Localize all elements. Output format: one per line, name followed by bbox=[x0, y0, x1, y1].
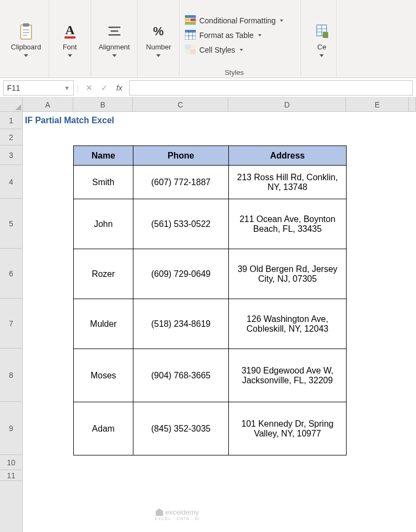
dropdown-caret-icon bbox=[24, 54, 28, 57]
cell-name[interactable]: Adam bbox=[74, 402, 133, 455]
format-as-table-button[interactable]: Format as Table bbox=[183, 29, 285, 42]
clipboard-label: Clipboard bbox=[11, 43, 41, 52]
cell-address[interactable]: 39 Old Bergen Rd, Jersey City, NJ, 07305 bbox=[229, 249, 347, 299]
cell-address[interactable]: 213 Ross Hill Rd, Conklin, NY, 13748 bbox=[229, 166, 347, 199]
ribbon-group-clipboard: Clipboard bbox=[3, 0, 49, 78]
svg-rect-12 bbox=[185, 15, 196, 18]
insert-function-button[interactable]: fx bbox=[112, 80, 127, 96]
column-header-d[interactable]: D bbox=[228, 98, 346, 111]
cells-button[interactable]: Ce bbox=[309, 21, 335, 60]
row-header-3[interactable]: 3 bbox=[0, 145, 22, 165]
cell-phone[interactable]: (561) 533-0522 bbox=[133, 199, 229, 249]
separator: ⋮ bbox=[74, 80, 81, 95]
table-row: Smith(607) 772-1887213 Ross Hill Rd, Con… bbox=[74, 166, 347, 199]
spreadsheet-grid: ABCDE 1234567891011 IF Partial Match Exc… bbox=[0, 98, 416, 532]
alignment-label: Alignment bbox=[99, 43, 130, 52]
row-header-7[interactable]: 7 bbox=[0, 299, 22, 349]
cells-label: Ce bbox=[317, 43, 327, 52]
svg-rect-1 bbox=[23, 23, 29, 27]
svg-text:%: % bbox=[153, 24, 164, 38]
check-icon: ✓ bbox=[101, 83, 108, 93]
table-header-address[interactable]: Address bbox=[229, 146, 347, 166]
fx-icon: fx bbox=[117, 84, 123, 92]
cell-styles-button[interactable]: Cell Styles bbox=[183, 44, 285, 56]
cell-address[interactable]: 211 Ocean Ave, Boynton Beach, FL, 33435 bbox=[229, 199, 347, 249]
svg-rect-8 bbox=[111, 30, 118, 32]
cell-styles-icon bbox=[185, 45, 196, 56]
cell-phone[interactable]: (609) 729-0649 bbox=[133, 249, 229, 299]
cell-phone[interactable]: (845) 352-3035 bbox=[133, 402, 229, 455]
row-header-9[interactable]: 9 bbox=[0, 402, 22, 455]
dropdown-caret-icon: ▼ bbox=[64, 85, 70, 91]
svg-rect-13 bbox=[185, 18, 190, 21]
row-header-4[interactable]: 4 bbox=[0, 165, 22, 199]
svg-rect-4 bbox=[23, 35, 27, 36]
row-header-6[interactable]: 6 bbox=[0, 249, 22, 299]
cells-area[interactable]: IF Partial Match Excel NamePhoneAddressS… bbox=[23, 112, 416, 532]
table-row: John(561) 533-0522211 Ocean Ave, Boynton… bbox=[74, 199, 347, 249]
dropdown-caret-icon bbox=[68, 54, 72, 57]
svg-rect-23 bbox=[190, 45, 196, 49]
cell-name[interactable]: Mulder bbox=[74, 299, 133, 349]
row-header-11[interactable]: 11 bbox=[0, 470, 22, 481]
conditional-formatting-icon bbox=[185, 15, 196, 27]
styles-group-label: Styles bbox=[225, 68, 244, 77]
column-header-a[interactable]: A bbox=[23, 98, 73, 111]
cell-address[interactable]: 3190 Edgewood Ave W, Jacksonville, FL, 3… bbox=[229, 349, 347, 402]
cell-phone[interactable]: (904) 768-3665 bbox=[133, 349, 229, 402]
cell-name[interactable]: Rozer bbox=[74, 249, 133, 299]
row-header-2[interactable]: 2 bbox=[0, 129, 22, 145]
row-header-1[interactable]: 1 bbox=[0, 112, 22, 129]
row-header-8[interactable]: 8 bbox=[0, 349, 22, 402]
row-header-10[interactable]: 10 bbox=[0, 455, 22, 470]
dropdown-caret-icon bbox=[319, 54, 324, 57]
cell-phone[interactable]: (518) 234-8619 bbox=[133, 299, 229, 349]
svg-rect-15 bbox=[185, 22, 196, 24]
select-all-corner[interactable] bbox=[0, 98, 23, 112]
watermark: exceldemy EXCEL · DATA · BI bbox=[155, 508, 200, 521]
svg-rect-30 bbox=[323, 32, 328, 38]
dropdown-caret-icon bbox=[240, 49, 243, 51]
alignment-button[interactable]: Alignment bbox=[95, 21, 133, 60]
table-header-phone[interactable]: Phone bbox=[133, 146, 229, 166]
cell-name[interactable]: Smith bbox=[74, 166, 133, 199]
svg-rect-22 bbox=[185, 45, 190, 49]
conditional-formatting-button[interactable]: Conditional Formatting bbox=[183, 15, 285, 27]
cancel-button[interactable]: ✕ bbox=[81, 80, 97, 96]
cell-name[interactable]: Moses bbox=[74, 349, 133, 402]
dropdown-caret-icon bbox=[156, 54, 161, 57]
ribbon-group-font: A Font bbox=[49, 0, 91, 78]
x-icon: ✕ bbox=[86, 83, 93, 93]
cell-phone[interactable]: (607) 772-1887 bbox=[133, 166, 229, 199]
svg-rect-3 bbox=[23, 32, 29, 33]
formula-input[interactable] bbox=[129, 80, 413, 96]
dropdown-caret-icon bbox=[258, 34, 261, 36]
svg-rect-25 bbox=[190, 49, 196, 54]
cell-address[interactable]: 101 Kennedy Dr, Spring Valley, NY, 10977 bbox=[229, 402, 347, 455]
worksheet-title: IF Partial Match Excel bbox=[23, 112, 240, 129]
formula-bar: F11 ▼ ⋮ ✕ ✓ fx bbox=[0, 78, 416, 98]
ribbon-group-cells: Ce bbox=[301, 0, 337, 78]
ribbon-group-styles: Conditional Formatting Format as Table C… bbox=[180, 0, 301, 78]
svg-text:A: A bbox=[65, 23, 75, 37]
percent-icon: % bbox=[149, 22, 168, 41]
row-header-5[interactable]: 5 bbox=[0, 199, 22, 249]
table-header-name[interactable]: Name bbox=[74, 146, 133, 166]
dropdown-caret-icon bbox=[280, 20, 283, 22]
cell-address[interactable]: 126 Washington Ave, Cobleskill, NY, 1204… bbox=[229, 299, 347, 349]
column-headers: ABCDE bbox=[23, 98, 416, 112]
paste-button[interactable]: Clipboard bbox=[8, 21, 44, 60]
font-button[interactable]: A Font bbox=[54, 21, 86, 60]
column-header-b[interactable]: B bbox=[73, 98, 133, 111]
enter-button[interactable]: ✓ bbox=[97, 80, 112, 96]
column-header-c[interactable]: C bbox=[133, 98, 228, 111]
format-as-table-icon bbox=[185, 30, 196, 41]
dropdown-caret-icon bbox=[112, 54, 117, 57]
name-box[interactable]: F11 ▼ bbox=[3, 80, 74, 96]
column-header-e[interactable]: E bbox=[346, 98, 409, 111]
clipboard-icon bbox=[16, 22, 36, 41]
svg-rect-9 bbox=[108, 34, 120, 36]
number-button[interactable]: % Number bbox=[142, 21, 175, 60]
insert-cells-icon bbox=[312, 22, 331, 41]
cell-name[interactable]: John bbox=[74, 199, 133, 249]
